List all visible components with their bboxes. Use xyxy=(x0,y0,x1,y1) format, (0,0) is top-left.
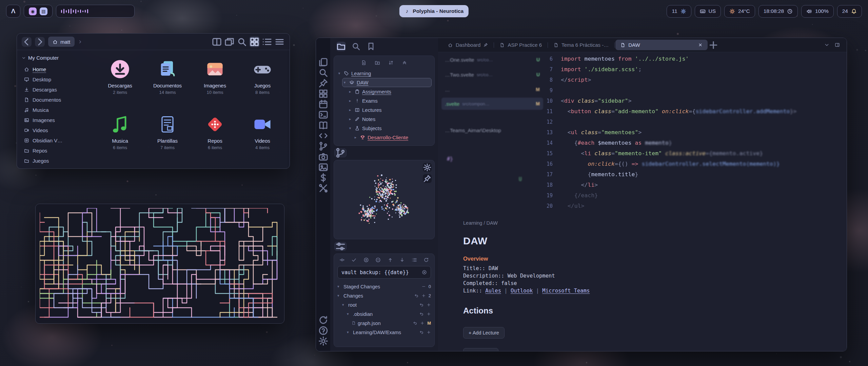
git-panel-button[interactable] xyxy=(334,242,347,251)
notifications-pill[interactable]: 24 xyxy=(837,5,862,18)
ribbon-image-icon[interactable] xyxy=(318,162,329,172)
clock-pill[interactable]: 18:08:28 xyxy=(758,5,798,18)
graph-settings-button[interactable] xyxy=(423,163,432,172)
tab-dashboard[interactable]: Dashboard xyxy=(443,40,493,50)
git-row-graph-json[interactable]: graph.jsonM xyxy=(337,319,431,328)
updates-pill[interactable]: 11 xyxy=(667,5,691,18)
git-up-button[interactable] xyxy=(388,257,393,263)
undo-icon[interactable] xyxy=(419,303,424,307)
git-down-button[interactable] xyxy=(399,257,405,263)
git-row-changes[interactable]: ▾Changes2 xyxy=(337,291,431,300)
ribbon-gear-icon[interactable] xyxy=(318,336,329,346)
sidebar-tab-bookmark[interactable] xyxy=(366,42,376,51)
note-action-button--add-lecture[interactable]: + Add Lecture xyxy=(463,327,505,339)
ribbon-scissors-icon[interactable] xyxy=(318,183,329,194)
git-row-learning-daw-exams[interactable]: ▾Learning/DAW/Exams xyxy=(337,328,431,337)
git-row--obsidian[interactable]: ▾.obsidian xyxy=(337,309,431,319)
newfolder-button[interactable] xyxy=(375,60,380,65)
sidebar-tab-search[interactable] xyxy=(351,42,361,51)
sidebar-item-videos[interactable]: Videos xyxy=(22,125,88,135)
ribbon-code-icon[interactable] xyxy=(318,130,329,141)
local-graph-button[interactable] xyxy=(334,148,347,157)
ribbon-grid-icon[interactable] xyxy=(318,88,329,99)
folder-descargas[interactable]: Descargas2 items xyxy=(96,55,144,110)
collapse-button[interactable] xyxy=(402,60,407,65)
workspace-icon-1[interactable]: ◉ xyxy=(29,7,37,15)
sidebar-item-repos[interactable]: Repos xyxy=(22,145,88,156)
git-refresh-button[interactable] xyxy=(423,257,429,263)
tree-item-assignments[interactable]: ▸Assignments xyxy=(348,87,432,96)
breadcrumb[interactable]: matt xyxy=(48,37,75,47)
ribbon-branch-icon[interactable] xyxy=(318,141,329,151)
tree-item-notes[interactable]: ▸Notes xyxy=(348,115,432,124)
tab-tema-6-pr-cticas-[interactable]: Tema 6 Prácticas -… xyxy=(549,40,614,50)
menu-view-button[interactable] xyxy=(274,37,285,47)
sort-button[interactable] xyxy=(388,60,394,65)
new-tab-button[interactable] xyxy=(708,40,719,50)
launcher-button[interactable]: Λ xyxy=(6,5,20,18)
keyboard-layout-pill[interactable]: US xyxy=(695,5,721,18)
tree-item-subjects[interactable]: ▾Subjects xyxy=(348,124,432,133)
git-plus-circle-button[interactable] xyxy=(363,257,369,263)
tabs-view-button[interactable] xyxy=(224,37,235,47)
folder-repos[interactable]: Repos6 items xyxy=(191,110,239,165)
ribbon-files-icon[interactable] xyxy=(318,57,329,67)
note-breadcrumb[interactable]: Learning / DAW xyxy=(463,220,823,226)
workspace-widget[interactable]: ◉ ▤ xyxy=(24,5,53,18)
sidebar-item-musica[interactable]: Musica xyxy=(22,105,88,115)
sidebar-item-desktop[interactable]: Desktop xyxy=(22,74,88,84)
plus-icon[interactable] xyxy=(427,303,431,307)
git-row-root[interactable]: ▾root xyxy=(337,300,431,309)
tree-item-learning[interactable]: ▾Learning xyxy=(337,69,432,78)
folder-musica[interactable]: Musica6 items xyxy=(96,110,144,165)
sidebar-item-documentos[interactable]: Documentos xyxy=(22,95,88,105)
ribbon-refresh-icon[interactable] xyxy=(318,315,329,325)
tab-list-icon[interactable] xyxy=(824,42,829,47)
folder-juegos[interactable]: Juegos8 items xyxy=(239,55,286,110)
folder-documentos[interactable]: Documentos14 items xyxy=(144,55,191,110)
ribbon-calendar-icon[interactable] xyxy=(318,99,329,109)
newnote-button[interactable] xyxy=(361,60,367,65)
sidebar-item-descargas[interactable]: Descargas xyxy=(22,84,88,95)
plus-icon[interactable] xyxy=(427,330,431,334)
back-button[interactable] xyxy=(22,37,32,47)
undo-icon[interactable] xyxy=(414,293,419,298)
folder-videos[interactable]: Videos4 items xyxy=(239,110,286,165)
tree-item-lectures[interactable]: ▸Lectures xyxy=(348,105,432,115)
ribbon-help-icon[interactable] xyxy=(318,325,329,336)
sidebar-item-juegos[interactable]: Juegos xyxy=(22,156,88,166)
git-list-button[interactable] xyxy=(412,257,417,263)
weather-pill[interactable]: 24°C xyxy=(724,5,755,18)
tab-asp-practice-6[interactable]: ASP Practice 6 xyxy=(495,40,547,50)
list-view-button[interactable] xyxy=(262,37,272,47)
workspace-icon-2[interactable]: ▤ xyxy=(40,7,47,15)
note-link-microsoft-teams[interactable]: Microsoft Teams xyxy=(542,288,590,294)
note-link-aules[interactable]: Aules xyxy=(485,288,501,294)
close-icon[interactable] xyxy=(698,43,703,47)
note-action-button--add-note[interactable]: + Add Note xyxy=(463,348,498,351)
ribbon-book-icon[interactable] xyxy=(318,120,329,130)
volume-pill[interactable]: 100% xyxy=(801,5,834,18)
ribbon-pin-icon[interactable] xyxy=(318,78,329,88)
plus-icon[interactable] xyxy=(421,293,426,298)
graph-view[interactable] xyxy=(334,160,434,239)
folder-plantillas[interactable]: Plantillas7 items xyxy=(144,110,191,165)
undo-icon[interactable] xyxy=(419,330,424,334)
git-minus-circle-button[interactable] xyxy=(375,257,381,263)
plus-icon[interactable] xyxy=(427,312,431,316)
sidebar-item-obsidian-v-[interactable]: Obsidian V… xyxy=(22,135,88,145)
commit-message-input[interactable]: vault backup: {{date}} xyxy=(337,266,431,279)
git-check-button[interactable] xyxy=(351,257,357,263)
grid-view-button[interactable] xyxy=(249,37,260,47)
folder-imagenes[interactable]: Imagenes10 items xyxy=(191,55,239,110)
undo-icon[interactable] xyxy=(413,321,417,325)
git-row-staged-changes[interactable]: ▾Staged Changes0 xyxy=(337,282,431,291)
git-commit-button[interactable] xyxy=(339,257,345,263)
sidebar-tab-folder[interactable] xyxy=(336,42,346,51)
forward-button[interactable] xyxy=(35,37,45,47)
split-view-button[interactable] xyxy=(212,37,222,47)
tree-item-exams[interactable]: ▸Exams xyxy=(348,96,432,105)
sidebar-item-imagenes[interactable]: Imagenes xyxy=(22,115,88,125)
ribbon-camera-icon[interactable] xyxy=(318,151,329,162)
toggle-right-sidebar-icon[interactable] xyxy=(835,42,840,47)
